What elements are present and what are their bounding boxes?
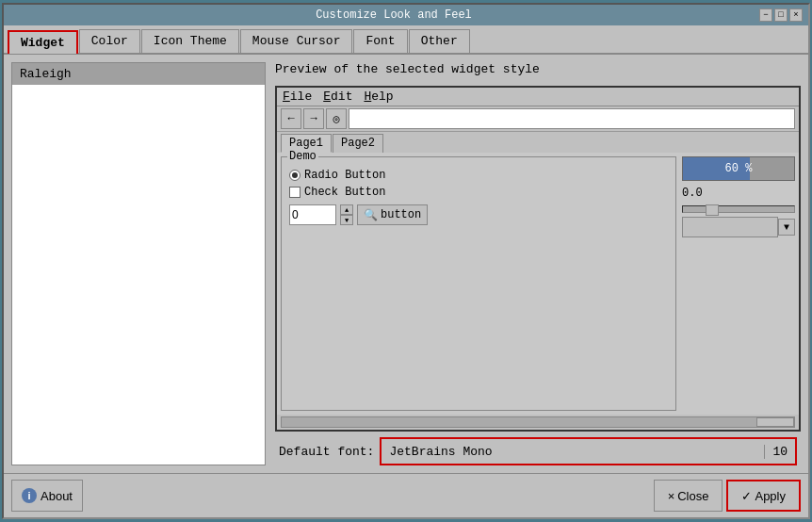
menu-help[interactable]: Help [364,90,393,104]
preview-scrollbar[interactable] [281,416,795,428]
demo-group: Demo Radio Button Check Button [281,156,676,411]
font-field[interactable]: JetBrains Mono 10 [380,437,797,465]
slider-container [682,205,795,213]
forward-button[interactable]: → [303,108,324,129]
tab-icon-theme[interactable]: Icon Theme [141,29,239,53]
reload-button[interactable]: ◎ [326,108,347,129]
progress-bar: 60 % [682,156,795,181]
checkbox-button[interactable] [289,187,300,198]
maximize-button[interactable]: □ [774,8,788,22]
close-window-button[interactable]: × [789,8,803,22]
main-content: Raleigh Preview of the selected widget s… [4,55,808,473]
preview-box: File Edit Help ← → ◎ Page1 Page2 [275,86,801,432]
apply-label: Apply [755,489,786,503]
tab-mouse-cursor[interactable]: Mouse Cursor [240,29,353,53]
right-panel: Preview of the selected widget style Fil… [275,62,801,465]
bottom-bar: i About × Close ✓ Apply [4,473,808,517]
main-window: Customize Look and Feel − □ × Widget Col… [2,3,810,519]
scrollbar-thumb[interactable] [756,417,794,427]
spinner-input[interactable] [289,204,336,225]
search-button[interactable]: 🔍 button [357,204,428,225]
dropdown-box[interactable] [682,217,778,237]
radio-dot-inner [292,172,298,178]
spinner-up[interactable]: ▲ [340,204,353,215]
font-label: Default font: [279,445,374,459]
demo-group-label: Demo [287,150,318,163]
menu-file[interactable]: File [283,90,312,104]
radio-label: Radio Button [304,169,385,182]
slider-track[interactable] [682,205,795,213]
preview-tab-page2[interactable]: Page2 [333,134,383,153]
widget-list: Raleigh [11,62,266,465]
tab-font[interactable]: Font [353,29,407,53]
preview-label: Preview of the selected widget style [275,62,801,76]
checkbox-row: Check Button [289,186,668,199]
close-button[interactable]: × Close [654,480,723,512]
titlebar: Customize Look and Feel − □ × [4,5,808,25]
preview-tabs: Page1 Page2 [277,132,799,153]
preview-body: Demo Radio Button Check Button [277,153,799,415]
about-button[interactable]: i About [11,480,83,512]
address-input[interactable] [349,108,795,129]
preview-menubar: File Edit Help [277,88,799,106]
close-label: Close [677,489,708,503]
font-size: 10 [764,445,788,459]
apply-button[interactable]: ✓ Apply [726,480,801,512]
spinner-arrows: ▲ ▼ [340,204,353,225]
info-icon: i [22,488,37,503]
radio-row: Radio Button [289,169,668,182]
apply-check-icon: ✓ [741,489,752,503]
search-icon: 🔍 [364,208,378,222]
back-button[interactable]: ← [281,108,301,129]
slider-thumb[interactable] [706,204,719,216]
checkbox-label: Check Button [304,186,385,199]
dropdown-row: ▼ [682,217,795,237]
dropdown-arrow[interactable]: ▼ [778,219,795,236]
minimize-button[interactable]: − [759,8,772,22]
tab-widget[interactable]: Widget [8,30,78,54]
bottom-right-buttons: × Close ✓ Apply [654,480,801,512]
close-x-icon: × [668,489,675,503]
list-item-raleigh[interactable]: Raleigh [12,63,265,85]
font-name: JetBrains Mono [389,445,492,459]
spinner-down[interactable]: ▼ [340,215,353,225]
menu-edit[interactable]: Edit [323,90,352,104]
tab-color[interactable]: Color [79,29,140,53]
tab-other[interactable]: Other [409,29,470,53]
right-side-controls: 60 % 0.0 ▼ [682,156,795,411]
preview-toolbar: ← → ◎ [277,106,799,132]
window-title: Customize Look and Feel [28,8,759,22]
window-controls: − □ × [759,8,803,22]
tab-bar: Widget Color Icon Theme Mouse Cursor Fon… [4,25,808,55]
spinner-row: ▲ ▼ 🔍 button [289,204,668,225]
about-label: About [41,489,73,503]
radio-button[interactable] [289,170,300,181]
numeric-value: 0.0 [682,185,795,202]
progress-text: 60 % [725,162,753,175]
font-row: Default font: JetBrains Mono 10 [275,437,801,465]
search-btn-label: button [381,208,421,221]
